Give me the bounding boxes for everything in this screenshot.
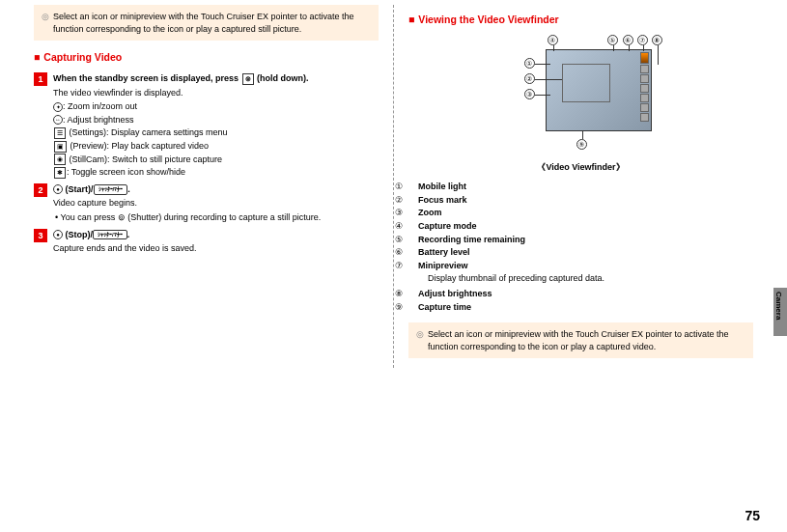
step-1-title: When the standby screen is displayed, pr… <box>53 72 379 85</box>
legend-item-4: ④Capture mode <box>408 220 753 233</box>
screen-icon <box>640 74 649 83</box>
screen-icon <box>640 65 649 73</box>
preview-line: ▣ (Preview): Play back captured video <box>53 140 379 153</box>
legend-num: ② <box>408 194 418 207</box>
callout-line <box>535 95 550 96</box>
step-3: 3 ● (Stop)/ｼｬｯﾀｰ/ﾏﾅｰ. Capture ends and t… <box>34 229 379 257</box>
callout-line <box>658 45 659 65</box>
step-3-title: ● (Stop)/ｼｬｯﾀｰ/ﾏﾅｰ. <box>53 229 379 241</box>
callout-line <box>643 45 644 51</box>
heading-viewfinder-label: Viewing the Video Viewfinder <box>418 14 558 25</box>
legend-label: Capture time <box>418 302 471 312</box>
settings-label: (Settings): Display camera settings menu <box>67 127 228 137</box>
legend-label: Capture mode <box>418 221 477 231</box>
tip-bullet-icon-2: ◎ <box>416 328 424 352</box>
legend-num: ⑨ <box>408 301 418 314</box>
legend-num: ⑥ <box>408 246 418 259</box>
callout-5: ⑤ <box>607 35 618 45</box>
legend-num: ⑦ <box>408 260 418 272</box>
legend-item-7: ⑦Minipreview <box>408 260 753 272</box>
heading-viewfinder: ■Viewing the Video Viewfinder <box>408 13 753 27</box>
shutter-button-icon-2: ｼｬｯﾀｰ/ﾏﾅｰ <box>93 230 127 239</box>
screen-icon <box>640 94 649 102</box>
legend-item-1: ①Mobile light <box>408 181 753 193</box>
callout-line <box>629 45 630 51</box>
section-tab-label: Camera <box>773 292 784 320</box>
legend-label: Zoom <box>418 208 442 217</box>
brightness-label: : Adjust brightness <box>63 115 134 125</box>
step-2-desc: Video capture begins. <box>53 197 379 210</box>
screen-icon <box>640 84 649 93</box>
callout-8: ⑧ <box>652 35 662 45</box>
legend-num: ④ <box>408 220 418 233</box>
focus-frame <box>562 64 610 102</box>
settings-icon: ☰ <box>54 127 66 139</box>
heading-capturing-video: ■Capturing Video <box>34 50 379 65</box>
brightness-line: ↔: Adjust brightness <box>53 114 379 126</box>
callout-line <box>553 45 554 51</box>
step-1-desc: The video viewfinder is displayed. <box>53 87 379 99</box>
diagram-caption: 《Video Viewfinder》 <box>408 161 753 174</box>
legend-num: ⑤ <box>408 234 418 246</box>
tip-box-video: ◎ Select an icon or minipreview with the… <box>408 322 753 358</box>
callout-4: ④ <box>548 35 558 45</box>
step-2-title: ● (Start)/ｼｬｯﾀｰ/ﾏﾅｰ. <box>53 183 379 196</box>
legend-num: ① <box>408 181 418 193</box>
stillcam-label: (StillCam): Switch to still picture capt… <box>67 154 222 164</box>
brightness-icon: ↔ <box>53 115 63 125</box>
section-marker-icon: ■ <box>34 51 40 63</box>
step-3-mid: (Stop)/ <box>63 230 93 239</box>
callout-1: ① <box>524 58 535 69</box>
heading-label: Capturing Video <box>43 51 122 63</box>
tip-box-still: ◎ Select an icon or minipreview with the… <box>34 5 379 41</box>
tip-text-still: Select an icon or minipreview with the T… <box>53 11 371 35</box>
step-num-1: 1 <box>34 72 47 86</box>
legend-label: Adjust brightness <box>418 289 492 298</box>
viewfinder-diagram: ① ② ③ ④ ⑤ ⑥ ⑦ ⑧ ⑨ <box>490 35 673 155</box>
toggle-label: : Toggle screen icon show/hide <box>67 167 185 177</box>
step-2-mid: (Start)/ <box>63 184 94 194</box>
callout-line <box>535 64 550 65</box>
toggle-line: ✱: Toggle screen icon show/hide <box>53 166 379 179</box>
screen-icon <box>640 103 649 112</box>
callout-line <box>535 79 562 80</box>
step-1: 1 When the standby screen is displayed, … <box>34 72 379 180</box>
screen-icon <box>640 113 649 122</box>
step-3-desc: Capture ends and the video is saved. <box>53 242 379 255</box>
step-2: 2 ● (Start)/ｼｬｯﾀｰ/ﾏﾅｰ. Video capture beg… <box>34 183 379 225</box>
center-key-icon-2: ● <box>53 230 63 239</box>
legend-label: Battery level <box>418 247 470 257</box>
asterisk-icon: ✱ <box>54 167 66 179</box>
step-2-bullet: • You can press ⊚ (Shutter) during recor… <box>53 211 379 224</box>
settings-line: ☰ (Settings): Display camera settings me… <box>53 126 379 139</box>
stillcam-icon: ◉ <box>54 154 66 165</box>
zoom-line: ✦: Zoom in/zoom out <box>53 100 379 113</box>
zoom-icon: ✦ <box>53 102 63 112</box>
legend-num: ⑧ <box>408 288 418 300</box>
center-key-icon: ● <box>53 184 63 194</box>
legend-num: ③ <box>408 207 418 219</box>
step-num-2: 2 <box>34 183 47 197</box>
callout-line <box>613 45 614 51</box>
callout-2: ② <box>524 73 535 84</box>
zoom-label: : Zoom in/zoom out <box>63 101 137 111</box>
legend: ①Mobile light ②Focus mark ③Zoom ④Capture… <box>408 181 753 313</box>
section-marker-icon-2: ■ <box>408 14 414 25</box>
step-1-title-after: (hold down). <box>255 73 309 83</box>
minipreview-icon <box>640 52 649 64</box>
callout-9: ⑨ <box>576 139 587 150</box>
step-2-bullet-text: You can press ⊚ (Shutter) during recordi… <box>61 212 322 222</box>
step-1-title-before: When the standby screen is displayed, pr… <box>53 73 241 83</box>
tip-text-video: Select an icon or minipreview with the T… <box>428 328 745 352</box>
legend-label: Minipreview <box>418 261 468 270</box>
legend-item-8: ⑧Adjust brightness <box>408 288 753 300</box>
legend-item-2: ②Focus mark <box>408 194 753 207</box>
camera-button-icon: ⊚ <box>242 73 254 85</box>
phone-screen <box>546 49 652 131</box>
legend-item-9: ⑨Capture time <box>408 301 753 314</box>
page-number: 75 <box>745 507 760 526</box>
callout-3: ③ <box>524 89 535 99</box>
preview-label: (Preview): Play back captured video <box>68 141 209 151</box>
legend-item-3: ③Zoom <box>408 207 753 219</box>
legend-desc-7: Display thumbnail of preceding captured … <box>408 272 753 285</box>
